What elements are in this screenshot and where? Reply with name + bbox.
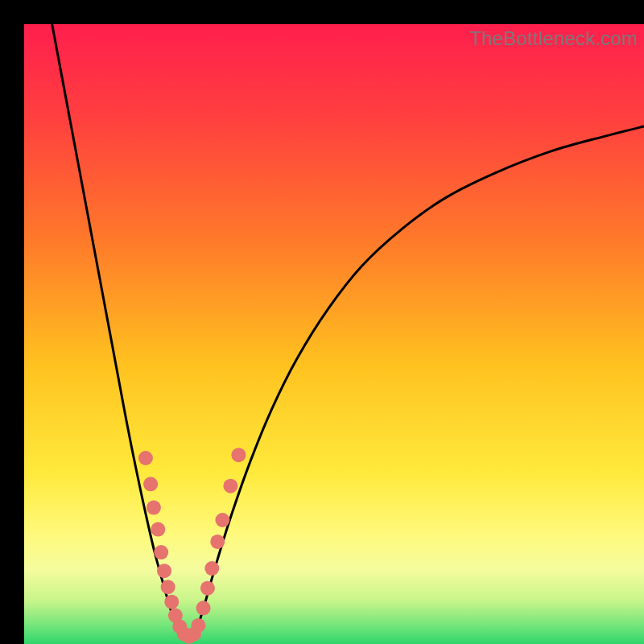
marker-point	[204, 561, 219, 576]
marker-point	[147, 501, 161, 515]
outer-frame: TheBottleneck.com	[0, 0, 644, 644]
marker-point	[200, 581, 215, 596]
marker-point	[143, 477, 158, 491]
curve-right-branch	[195, 126, 644, 637]
marker-point	[164, 595, 179, 609]
marker-point	[223, 479, 237, 493]
marker-point	[154, 545, 168, 559]
marker-point	[210, 535, 225, 549]
marker-point	[157, 564, 171, 578]
curve-layer	[24, 24, 644, 644]
curve-left-branch	[52, 24, 181, 637]
plot-area: TheBottleneck.com	[24, 24, 644, 644]
marker-point	[161, 580, 175, 594]
marker-point	[191, 618, 205, 633]
watermark-text: TheBottleneck.com	[469, 27, 638, 50]
marker-point	[138, 451, 153, 465]
marker-point	[231, 448, 246, 462]
marker-point	[196, 601, 211, 615]
marker-point	[151, 522, 165, 537]
marker-point	[215, 513, 229, 527]
